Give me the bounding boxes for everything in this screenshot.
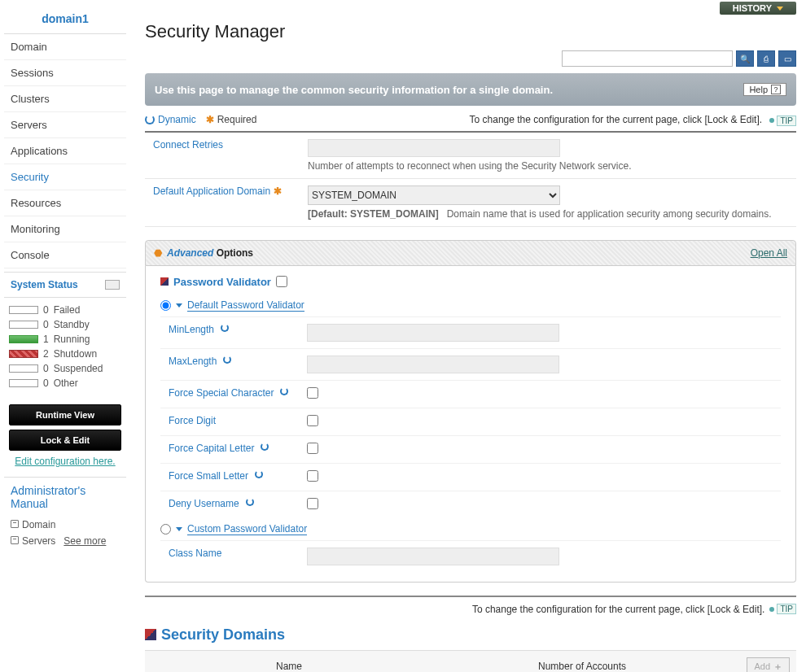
checkbox-force-small[interactable] (307, 470, 318, 482)
radio-custom-validator-input[interactable] (160, 524, 171, 535)
open-all-link[interactable]: Open All (751, 247, 787, 259)
chevron-down-icon (176, 527, 182, 531)
flag-icon (160, 277, 169, 286)
row-maxlength: MaxLength (160, 348, 781, 380)
see-more-link[interactable]: See more (64, 535, 106, 547)
row-default-app-domain: Default Application Domain ✱ SYSTEM_DOMA… (145, 179, 796, 227)
menu-item-security[interactable]: Security (4, 164, 126, 190)
chevron-down-icon (176, 303, 182, 308)
sidebar: domain1 Domain Sessions Clusters Servers… (0, 0, 130, 672)
row-class-name: Class Name (160, 540, 781, 572)
radio-default-validator-input[interactable] (160, 300, 171, 311)
legend-hint: To change the configuration for the curr… (470, 114, 796, 126)
export-icon: ▭ (784, 55, 791, 63)
legend-required: ✱Required (206, 114, 257, 125)
book-icon (11, 520, 19, 528)
label-force-special: Force Special Character (160, 387, 307, 401)
input-minlength[interactable] (307, 324, 559, 342)
swatch-icon (9, 364, 38, 373)
advanced-header: ⬣ Advanced Options Open All (145, 240, 796, 266)
system-status-heading: System Status (4, 272, 126, 298)
label-default-app-domain: Default Application Domain ✱ (145, 185, 308, 220)
refresh-icon (246, 498, 254, 506)
menu-item-clusters[interactable]: Clusters (4, 86, 126, 112)
help-icon: ? (771, 85, 781, 94)
input-class-name[interactable] (307, 548, 559, 565)
status-failed: 0Failed (9, 303, 121, 317)
search-icon: 🔍 (740, 55, 750, 63)
col-actions-header: Add＋ (731, 650, 796, 672)
system-status-label: System Status (11, 279, 78, 290)
tip-dot-icon (769, 607, 774, 612)
menu-item-resources[interactable]: Resources (4, 190, 126, 216)
row-deny-username: Deny Username (160, 491, 781, 518)
asterisk-icon: ✱ (274, 185, 282, 197)
checkbox-deny-username[interactable] (307, 498, 318, 509)
history-label: HISTORY (733, 3, 772, 13)
chevron-down-icon (777, 7, 783, 11)
print-button[interactable]: ⎙ (757, 50, 775, 67)
menu-item-servers[interactable]: Servers (4, 112, 126, 138)
runtime-view-button[interactable]: Runtime View (9, 404, 121, 425)
swatch-icon (9, 379, 38, 387)
status-list: 0Failed 0Standby 1Running 2Shutdown 0Sus… (4, 298, 126, 395)
plus-icon: ＋ (773, 661, 782, 673)
manual-item-domain[interactable]: Domain (11, 517, 120, 533)
tip-badge[interactable]: TIP (769, 116, 796, 126)
manual-heading: Administrator's Manual (4, 477, 126, 517)
status-standby: 0Standby (9, 317, 121, 332)
swatch-icon (9, 321, 38, 329)
row-force-capital: Force Capital Letter (160, 435, 781, 463)
export-button[interactable]: ▭ (778, 50, 796, 67)
menu-item-console[interactable]: Console (4, 242, 126, 268)
search-button[interactable]: 🔍 (736, 50, 754, 67)
checkbox-force-capital[interactable] (307, 443, 318, 454)
tip-badge[interactable]: TIP (769, 604, 796, 614)
label-force-capital: Force Capital Letter (160, 443, 307, 456)
radio-default-validator[interactable]: Default Password Validator (160, 295, 781, 316)
desc-default-app-domain: [Default: SYSTEM_DOMAIN] Domain name tha… (308, 208, 796, 220)
label-deny-username: Deny Username (160, 498, 307, 512)
row-minlength: MinLength (160, 316, 781, 348)
label-connect-retries: Connect Retries (145, 139, 308, 172)
advanced-body: Password Validator Default Password Vali… (145, 266, 796, 583)
edit-config-link[interactable]: Edit configuration here. (9, 456, 121, 467)
legend-dynamic: Dynamic (145, 114, 196, 125)
status-suspended: 0Suspended (9, 361, 121, 376)
tip-dot-icon (769, 118, 774, 123)
row-force-special: Force Special Character (160, 380, 781, 408)
checkbox-force-special[interactable] (307, 387, 318, 399)
help-button[interactable]: Help ? (743, 83, 786, 96)
radio-custom-validator[interactable]: Custom Password Validator (160, 518, 781, 540)
swatch-icon (9, 306, 38, 314)
menu-item-domain[interactable]: Domain (4, 34, 126, 60)
history-button[interactable]: HISTORY (720, 2, 796, 15)
radio-default-label: Default Password Validator (187, 299, 304, 312)
password-validator-toggle[interactable] (276, 276, 287, 287)
menu-item-applications[interactable]: Applications (4, 138, 126, 164)
row-connect-retries: Connect Retries Number of attempts to re… (145, 133, 796, 179)
sidebar-menu: Domain Sessions Clusters Servers Applica… (4, 34, 126, 268)
password-validator-heading: Password Validator (160, 276, 781, 295)
menu-item-sessions[interactable]: Sessions (4, 60, 126, 86)
input-maxlength[interactable] (307, 356, 559, 373)
legend-row: Dynamic ✱Required To change the configur… (145, 106, 796, 133)
add-button[interactable]: Add＋ (747, 657, 790, 673)
checkbox-force-digit[interactable] (307, 415, 318, 426)
label-force-digit: Force Digit (160, 415, 307, 429)
label-force-small: Force Small Letter (160, 470, 307, 484)
select-default-app-domain[interactable]: SYSTEM_DOMAIN (308, 185, 560, 205)
lock-edit-button[interactable]: Lock & Edit (9, 430, 121, 451)
status-other: 0Other (9, 376, 121, 391)
search-input[interactable] (562, 50, 733, 67)
swatch-icon (9, 335, 38, 343)
manual-item-servers[interactable]: ServersSee more (11, 533, 120, 549)
status-running: 1Running (9, 332, 121, 347)
menu-item-monitoring[interactable]: Monitoring (4, 216, 126, 242)
main-panel: HISTORY Security Manager 🔍 ⎙ ▭ Use this … (130, 0, 806, 672)
col-accounts: Number of Accounts (433, 650, 731, 672)
square-icon (145, 629, 156, 640)
input-connect-retries[interactable] (308, 139, 560, 157)
security-domains-table: Name Number of Accounts Add＋ SYSTEM_DOMA… (145, 650, 796, 673)
label-class-name: Class Name (160, 548, 307, 565)
